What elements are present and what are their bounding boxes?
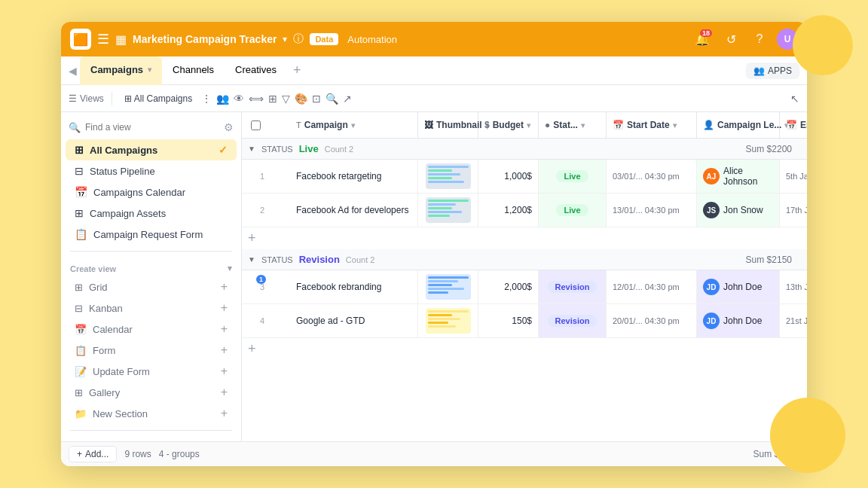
menu-icon[interactable]: ☰ [97,31,109,47]
new-section-add-icon[interactable]: + [221,407,228,420]
automation-btn[interactable]: Automation [347,34,397,45]
table-row[interactable]: 4 Google ad - GTD [242,304,807,338]
add-tab-button[interactable]: + [287,63,307,78]
grid-icon: ⊞ [75,282,83,293]
share-icon[interactable]: ↗ [343,93,352,105]
sidebar-item-campaign-assets[interactable]: ⊞ Campaign Assets [66,203,237,224]
sidebar-item-gallery[interactable]: ⊞ Gallery + [66,382,237,403]
table-area[interactable]: T Campaign ▾ 🖼 Thumbnail ▾ $ Budget ▾ ● … [242,112,807,441]
sidebar-item-update-form[interactable]: 📝 Update Form + [66,361,237,382]
rows-count-label: 9 rows [124,449,151,459]
sidebar: 🔍 ⚙ ⊞ All Campaigns ✓ ⊟ Status Pipeline … [61,112,242,441]
campaign-col-header[interactable]: T Campaign ▾ [290,112,418,138]
search-input[interactable] [85,122,219,133]
gallery-add-icon[interactable]: + [221,386,228,399]
add-row-revision[interactable]: + [242,338,807,360]
group-revision-sum: Sum $2150 [746,255,801,265]
help-button[interactable]: ? [748,28,771,50]
search-icon: 🔍 [69,122,81,133]
row-4-enddate-text: 21st Jan... [786,316,807,325]
row-4-campaign-text: Google ad - GTD [296,316,365,326]
enddate-col-header[interactable]: 📅 End Date [780,112,807,138]
tab-chevron-icon[interactable]: ◀ [69,65,77,77]
kanban-add-icon[interactable]: + [221,301,228,315]
select-all-checkbox[interactable] [242,112,269,138]
row-2-thumbnail [418,194,478,227]
sidebar-item-calendar[interactable]: 📅 Calendar + [66,319,237,340]
tab-channels[interactable]: Channels [162,56,225,85]
sidebar-item-status-pipeline[interactable]: ⊟ Status Pipeline [66,160,237,181]
group-revision-collapse-icon[interactable]: ▼ [248,255,255,264]
search-icon[interactable]: 🔍 [326,93,338,105]
table-row[interactable]: 2 Facebook Ad for developers [242,194,807,227]
campaigns-tab-dot: ▾ [148,66,151,74]
startdate-col-chevron: ▾ [673,121,677,130]
grid-icon[interactable]: ▦ [115,32,127,47]
calendar-add-icon[interactable]: + [221,322,228,336]
enddate-col-label: End Date [800,120,807,130]
campaign-col-label: Campaign [304,120,348,130]
main-area: 🔍 ⚙ ⊞ All Campaigns ✓ ⊟ Status Pipeline … [61,112,807,441]
expand-icon[interactable]: ⊡ [312,93,321,105]
status-col-header[interactable]: ● Stat... ▾ [539,112,607,138]
all-rows-checkbox[interactable] [251,120,261,130]
lead-col-header[interactable]: 👤 Campaign Le... ▾ [697,112,780,138]
views-button[interactable]: ☰ Views [69,93,104,104]
filter-icon[interactable]: ▽ [282,93,290,105]
add-row-live[interactable]: + [242,227,807,249]
row-4-status[interactable]: Revision [539,304,607,337]
row-3-status[interactable]: Revision [539,270,607,303]
row-4-avatar: JD [703,313,720,329]
update-form-add-icon[interactable]: + [221,364,228,378]
row-2-budget-text: 1,200$ [504,205,532,215]
sidebar-item-new-section[interactable]: 📁 New Section + [66,403,237,424]
startdate-col-header[interactable]: 📅 Start Date ▾ [607,112,697,138]
notifications-button[interactable]: 🔔 18 [691,28,714,50]
data-badge[interactable]: Data [310,33,338,45]
title-chevron-icon[interactable]: ▾ [283,34,287,44]
form-add-icon[interactable]: + [221,343,228,357]
row-4-thumbnail [418,304,478,337]
row-4-campaign[interactable]: Google ad - GTD [290,304,418,337]
info-icon[interactable]: ⓘ [293,32,304,46]
field-view-icon[interactable]: ⊞ [268,93,277,105]
sidebar-item-all-campaigns[interactable]: ⊞ All Campaigns ✓ [66,139,237,160]
thumbnail-col-icon: 🖼 [424,120,433,130]
grid-add-icon[interactable]: + [221,280,228,294]
apps-button[interactable]: 👥 APPS [746,63,799,79]
settings-icon[interactable]: ⚙ [224,121,234,133]
row-1-status[interactable]: Live [539,160,607,193]
color-icon[interactable]: 🎨 [295,93,307,105]
table-row[interactable]: 3 1 Facebook rebranding [242,270,807,304]
sidebar-item-form[interactable]: 📋 Form + [66,340,237,361]
sidebar-item-campaign-request-form[interactable]: 📋 Campaign Request Form [66,224,237,245]
row-1-starttime-text: 04:30 pm [645,172,680,181]
row-height-icon[interactable]: ⟺ [249,93,264,105]
filter-rows-icon[interactable]: ⋮ [201,93,212,105]
tab-campaigns[interactable]: Campaigns ▾ [80,56,162,85]
kanban-label: Kanban [89,303,123,314]
grid-label: Grid [89,282,108,293]
group-live-collapse-icon[interactable]: ▼ [248,145,255,153]
thumbnail-col-header[interactable]: 🖼 Thumbnail ▾ [418,112,478,138]
hide-icon[interactable]: 👁 [234,93,244,105]
row-3-campaign[interactable]: Facebook rebranding [290,270,418,303]
row-2-campaign[interactable]: Facebook Ad for developers [290,194,418,227]
budget-col-header[interactable]: $ Budget ▾ [478,112,539,138]
group-live-sum: Sum $2200 [746,144,801,154]
notif-count: 18 [700,29,712,37]
sidebar-item-campaigns-calendar[interactable]: 📅 Campaigns Calendar [66,181,237,203]
current-view-btn[interactable]: ⊞ All Campaigns [120,92,197,105]
row-2-status[interactable]: Live [539,194,607,227]
row-3-lead: JD John Doe [697,270,780,303]
add-button[interactable]: + Add... [69,446,117,462]
sidebar-item-kanban[interactable]: ⊟ Kanban + [66,297,237,319]
row-1-campaign[interactable]: Facebook retargeting [290,160,418,193]
row-2-number: 2 [260,206,264,215]
app-window: 🟧 ☰ ▦ Marketing Campaign Tracker ▾ ⓘ Dat… [61,22,807,466]
tab-creatives[interactable]: Creatives [225,56,287,85]
sidebar-item-grid[interactable]: ⊞ Grid + [66,276,237,297]
undo-button[interactable]: ↺ [720,28,742,50]
table-row[interactable]: 1 Facebook retargeting [242,160,807,194]
group-icon[interactable]: 👥 [216,93,229,105]
